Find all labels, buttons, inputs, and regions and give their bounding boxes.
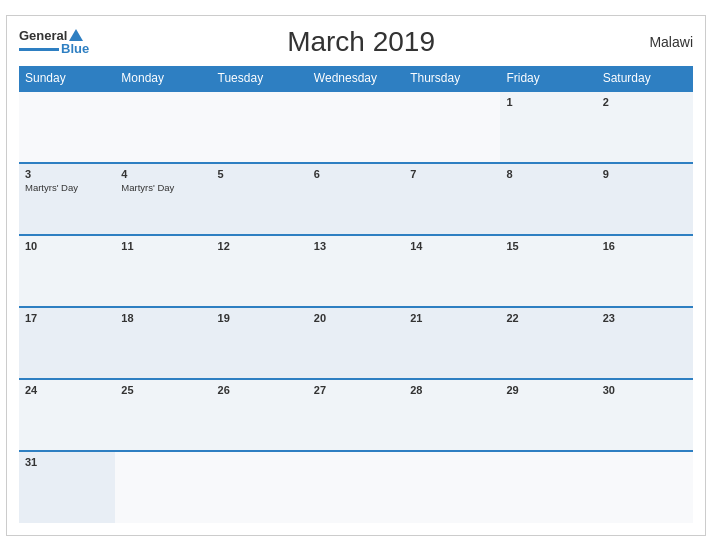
day-number: 1 [506, 96, 590, 108]
calendar-week-row: 24252627282930 [19, 379, 693, 451]
calendar-day-cell: 12 [212, 235, 308, 307]
day-number: 6 [314, 168, 398, 180]
day-number: 8 [506, 168, 590, 180]
day-event: Martyrs' Day [121, 182, 205, 193]
day-number: 22 [506, 312, 590, 324]
day-number: 20 [314, 312, 398, 324]
calendar-day-cell [212, 451, 308, 523]
header-thursday: Thursday [404, 66, 500, 91]
day-number: 12 [218, 240, 302, 252]
header-tuesday: Tuesday [212, 66, 308, 91]
calendar-day-cell: 9 [597, 163, 693, 235]
day-number: 26 [218, 384, 302, 396]
calendar-day-cell [597, 451, 693, 523]
day-number: 25 [121, 384, 205, 396]
calendar-day-cell: 19 [212, 307, 308, 379]
day-number: 11 [121, 240, 205, 252]
header-wednesday: Wednesday [308, 66, 404, 91]
day-number: 29 [506, 384, 590, 396]
header-friday: Friday [500, 66, 596, 91]
calendar-day-cell [308, 451, 404, 523]
calendar-day-cell: 3Martyrs' Day [19, 163, 115, 235]
calendar-day-cell [404, 91, 500, 163]
calendar-day-cell: 13 [308, 235, 404, 307]
weekday-header-row: Sunday Monday Tuesday Wednesday Thursday… [19, 66, 693, 91]
calendar-day-cell [115, 451, 211, 523]
calendar-day-cell: 5 [212, 163, 308, 235]
day-number: 19 [218, 312, 302, 324]
day-number: 9 [603, 168, 687, 180]
calendar-day-cell: 25 [115, 379, 211, 451]
calendar-day-cell [404, 451, 500, 523]
day-number: 16 [603, 240, 687, 252]
day-number: 13 [314, 240, 398, 252]
logo-blue-text: Blue [61, 42, 89, 55]
calendar-day-cell: 29 [500, 379, 596, 451]
day-number: 27 [314, 384, 398, 396]
day-number: 2 [603, 96, 687, 108]
calendar-container: General Blue March 2019 Malawi Sunday Mo… [6, 15, 706, 536]
day-number: 4 [121, 168, 205, 180]
header-saturday: Saturday [597, 66, 693, 91]
country-name: Malawi [633, 34, 693, 50]
calendar-day-cell: 28 [404, 379, 500, 451]
calendar-week-row: 3Martyrs' Day4Martyrs' Day56789 [19, 163, 693, 235]
calendar-title: March 2019 [89, 26, 633, 58]
calendar-day-cell: 11 [115, 235, 211, 307]
calendar-day-cell [308, 91, 404, 163]
calendar-day-cell: 31 [19, 451, 115, 523]
calendar-day-cell: 18 [115, 307, 211, 379]
calendar-day-cell: 2 [597, 91, 693, 163]
day-event: Martyrs' Day [25, 182, 109, 193]
calendar-day-cell: 1 [500, 91, 596, 163]
calendar-day-cell [115, 91, 211, 163]
calendar-day-cell [500, 451, 596, 523]
day-number: 24 [25, 384, 109, 396]
calendar-day-cell: 23 [597, 307, 693, 379]
calendar-day-cell: 16 [597, 235, 693, 307]
calendar-day-cell: 8 [500, 163, 596, 235]
day-number: 15 [506, 240, 590, 252]
calendar-day-cell: 7 [404, 163, 500, 235]
calendar-day-cell: 21 [404, 307, 500, 379]
header-sunday: Sunday [19, 66, 115, 91]
day-number: 3 [25, 168, 109, 180]
calendar-week-row: 10111213141516 [19, 235, 693, 307]
day-number: 5 [218, 168, 302, 180]
header-monday: Monday [115, 66, 211, 91]
calendar-week-row: 17181920212223 [19, 307, 693, 379]
calendar-day-cell: 15 [500, 235, 596, 307]
calendar-day-cell: 17 [19, 307, 115, 379]
logo-general-text: General [19, 29, 67, 42]
day-number: 23 [603, 312, 687, 324]
day-number: 14 [410, 240, 494, 252]
calendar-day-cell: 27 [308, 379, 404, 451]
calendar-day-cell [212, 91, 308, 163]
calendar-day-cell: 26 [212, 379, 308, 451]
calendar-week-row: 12 [19, 91, 693, 163]
calendar-day-cell [19, 91, 115, 163]
calendar-day-cell: 22 [500, 307, 596, 379]
calendar-day-cell: 24 [19, 379, 115, 451]
logo-triangle-icon [69, 29, 83, 41]
day-number: 21 [410, 312, 494, 324]
calendar-day-cell: 14 [404, 235, 500, 307]
header-row: General Blue March 2019 Malawi [19, 26, 693, 58]
calendar-day-cell: 4Martyrs' Day [115, 163, 211, 235]
logo-line [19, 48, 59, 51]
calendar-day-cell: 30 [597, 379, 693, 451]
calendar-day-cell: 6 [308, 163, 404, 235]
day-number: 18 [121, 312, 205, 324]
day-number: 28 [410, 384, 494, 396]
calendar-grid: Sunday Monday Tuesday Wednesday Thursday… [19, 66, 693, 523]
day-number: 30 [603, 384, 687, 396]
day-number: 10 [25, 240, 109, 252]
logo: General Blue [19, 29, 89, 55]
calendar-day-cell: 10 [19, 235, 115, 307]
day-number: 7 [410, 168, 494, 180]
day-number: 17 [25, 312, 109, 324]
day-number: 31 [25, 456, 109, 468]
calendar-day-cell: 20 [308, 307, 404, 379]
calendar-week-row: 31 [19, 451, 693, 523]
